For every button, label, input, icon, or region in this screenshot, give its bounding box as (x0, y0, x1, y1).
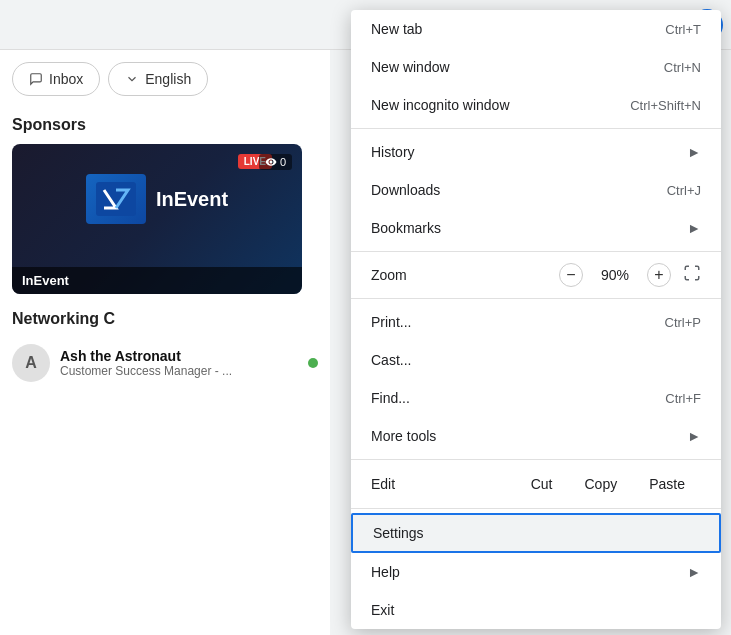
bookmarks-label: Bookmarks (371, 220, 441, 236)
svg-rect-6 (96, 182, 136, 216)
views-count: 0 (280, 156, 286, 168)
divider-1 (351, 128, 721, 129)
divider-3 (351, 298, 721, 299)
divider-4 (351, 459, 721, 460)
inbox-button[interactable]: Inbox (12, 62, 100, 96)
history-item[interactable]: History ► (351, 133, 721, 171)
network-info: Ash the Astronaut Customer Success Manag… (60, 348, 298, 378)
cast-item[interactable]: Cast... (351, 341, 721, 379)
bookmarks-chevron: ► (687, 220, 701, 236)
online-indicator (308, 358, 318, 368)
print-shortcut: Ctrl+P (665, 315, 701, 330)
zoom-row: Zoom − 90% + (351, 256, 721, 294)
sponsor-logo-area: InEvent (12, 174, 302, 224)
sponsors-section: Sponsors LIVE 0 InEvent InEvent (12, 116, 318, 294)
zoom-controls: − 90% + (559, 263, 701, 287)
views-badge: 0 (259, 154, 292, 170)
top-buttons: Inbox English (12, 62, 318, 96)
find-item[interactable]: Find... Ctrl+F (351, 379, 721, 417)
more-tools-item[interactable]: More tools ► (351, 417, 721, 455)
divider-2 (351, 251, 721, 252)
print-label: Print... (371, 314, 411, 330)
history-label: History (371, 144, 415, 160)
networking-suffix: C (104, 310, 116, 327)
zoom-out-button[interactable]: − (559, 263, 583, 287)
downloads-label: Downloads (371, 182, 440, 198)
new-window-label: New window (371, 59, 450, 75)
new-tab-item[interactable]: New tab Ctrl+T (351, 10, 721, 48)
new-tab-label: New tab (371, 21, 422, 37)
new-incognito-shortcut: Ctrl+Shift+N (630, 98, 701, 113)
help-item[interactable]: Help ► (351, 553, 721, 591)
zoom-in-button[interactable]: + (647, 263, 671, 287)
downloads-item[interactable]: Downloads Ctrl+J (351, 171, 721, 209)
cast-label: Cast... (371, 352, 411, 368)
new-window-shortcut: Ctrl+N (664, 60, 701, 75)
downloads-shortcut: Ctrl+J (667, 183, 701, 198)
copy-button[interactable]: Copy (569, 470, 634, 498)
network-item[interactable]: A Ash the Astronaut Customer Success Man… (12, 338, 318, 388)
person-role: Customer Success Manager - ... (60, 364, 298, 378)
edit-row: Edit Cut Copy Paste (351, 464, 721, 504)
find-shortcut: Ctrl+F (665, 391, 701, 406)
exit-item[interactable]: Exit (351, 591, 721, 629)
page-content: Inbox English Sponsors LIVE 0 (0, 50, 330, 635)
language-label: English (145, 71, 191, 87)
help-label: Help (371, 564, 400, 580)
history-chevron: ► (687, 144, 701, 160)
bookmarks-item[interactable]: Bookmarks ► (351, 209, 721, 247)
sponsor-card[interactable]: LIVE 0 InEvent InEvent (12, 144, 302, 294)
edit-actions: Cut Copy Paste (515, 470, 701, 498)
exit-label: Exit (371, 602, 394, 618)
sponsor-label: InEvent (12, 267, 302, 294)
paste-button[interactable]: Paste (633, 470, 701, 498)
language-button[interactable]: English (108, 62, 208, 96)
settings-item[interactable]: Settings (351, 513, 721, 553)
inevent-logo-icon (86, 174, 146, 224)
print-item[interactable]: Print... Ctrl+P (351, 303, 721, 341)
divider-5 (351, 508, 721, 509)
avatar: A (12, 344, 50, 382)
networking-section: Networking C A Ash the Astronaut Custome… (12, 310, 318, 388)
zoom-value: 90% (595, 267, 635, 283)
new-incognito-label: New incognito window (371, 97, 510, 113)
person-name: Ash the Astronaut (60, 348, 298, 364)
sponsor-name: InEvent (156, 188, 228, 211)
new-incognito-item[interactable]: New incognito window Ctrl+Shift+N (351, 86, 721, 124)
more-tools-label: More tools (371, 428, 436, 444)
find-label: Find... (371, 390, 410, 406)
more-tools-chevron: ► (687, 428, 701, 444)
edit-label: Edit (371, 476, 515, 492)
networking-title: Networking C (12, 310, 318, 328)
new-tab-shortcut: Ctrl+T (665, 22, 701, 37)
inbox-label: Inbox (49, 71, 83, 87)
fullscreen-button[interactable] (683, 264, 701, 287)
cut-button[interactable]: Cut (515, 470, 569, 498)
zoom-label: Zoom (371, 267, 407, 283)
sponsors-title: Sponsors (12, 116, 318, 134)
new-window-item[interactable]: New window Ctrl+N (351, 48, 721, 86)
dropdown-menu: New tab Ctrl+T New window Ctrl+N New inc… (351, 10, 721, 629)
help-chevron: ► (687, 564, 701, 580)
settings-label: Settings (373, 525, 424, 541)
